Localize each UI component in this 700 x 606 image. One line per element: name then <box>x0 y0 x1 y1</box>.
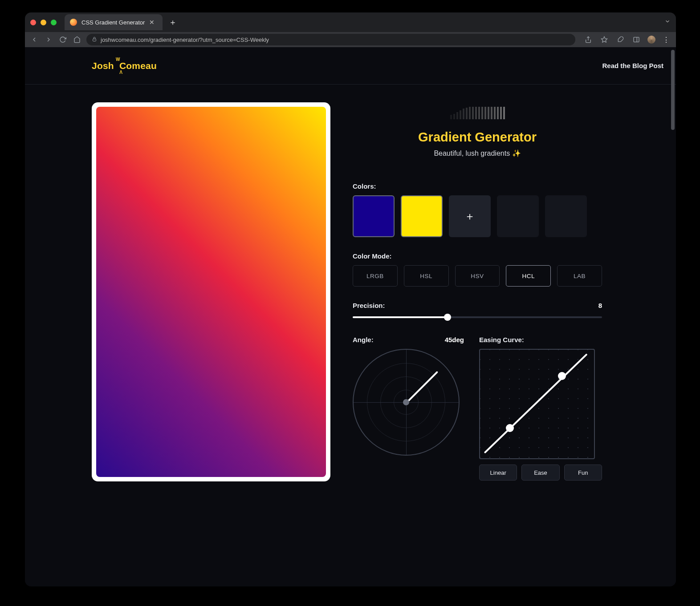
logo-last: Comeau <box>119 61 157 71</box>
lock-icon <box>92 36 97 43</box>
color-swatch-2[interactable] <box>401 195 443 237</box>
forward-button[interactable] <box>44 35 53 44</box>
bookmark-button[interactable] <box>599 35 609 44</box>
gradient-preview-frame <box>92 102 330 481</box>
add-color-button[interactable]: ＋ <box>449 195 491 237</box>
color-mode-row: LRGBHSLHSVHCLLAB <box>353 265 602 287</box>
easing-preset-ease[interactable]: Ease <box>521 465 559 481</box>
color-mode-label: Color Mode: <box>353 252 392 260</box>
slider-thumb[interactable] <box>444 314 451 321</box>
angle-dial[interactable] <box>353 349 460 456</box>
toolbar-right: ⋮ <box>583 35 672 44</box>
browser-tab[interactable]: CSS Gradient Generator ✕ <box>65 14 163 30</box>
menu-button[interactable]: ⋮ <box>662 35 672 44</box>
color-swatch-1[interactable] <box>353 195 395 237</box>
easing-presets-row: LinearEaseFun <box>479 465 602 481</box>
color-slot-empty <box>545 195 587 237</box>
easing-curve-editor[interactable] <box>479 349 595 459</box>
angle-value: 45deg <box>445 336 464 343</box>
color-mode-hsl[interactable]: HSL <box>404 265 449 287</box>
back-button[interactable] <box>29 35 39 44</box>
close-window-button[interactable] <box>30 20 36 25</box>
colors-label: Colors: <box>353 182 376 190</box>
home-button[interactable] <box>72 35 82 44</box>
easing-label: Easing Curve: <box>479 336 524 343</box>
tab-title: CSS Gradient Generator <box>81 19 145 26</box>
url-text: joshwcomeau.com/gradient-generator/?utm_… <box>101 36 269 43</box>
gradient-preview <box>96 107 326 477</box>
plus-icon: ＋ <box>464 209 475 223</box>
tab-strip: CSS Gradient Generator ✕ ＋ <box>25 12 676 32</box>
reload-button[interactable] <box>58 35 68 44</box>
window-controls <box>30 20 57 25</box>
scrollbar[interactable] <box>671 50 675 130</box>
favicon-icon <box>70 19 77 26</box>
browser-window: CSS Gradient Generator ✕ ＋ joshwcomeau.c… <box>25 12 676 586</box>
precision-slider[interactable] <box>353 316 602 318</box>
minimize-window-button[interactable] <box>41 20 46 25</box>
color-mode-hcl[interactable]: HCL <box>506 265 551 287</box>
svg-rect-0 <box>93 39 96 41</box>
site-header: Josh Comeau WV Read the Blog Post <box>25 47 676 85</box>
precision-value: 8 <box>598 302 602 309</box>
easing-handle-2[interactable] <box>558 372 566 380</box>
logo-first: Josh <box>92 61 114 71</box>
angle-center-dot <box>403 399 409 405</box>
color-mode-lab[interactable]: LAB <box>557 265 602 287</box>
share-button[interactable] <box>583 35 593 44</box>
easing-preset-fun[interactable]: Fun <box>564 465 602 481</box>
color-slot-empty <box>497 195 539 237</box>
svg-marker-2 <box>601 36 607 42</box>
easing-handle-1[interactable] <box>506 424 514 432</box>
tab-overflow-button[interactable] <box>664 18 671 26</box>
color-swatches-row: ＋ <box>353 195 602 237</box>
precision-label: Precision: <box>353 302 385 309</box>
address-bar[interactable]: joshwcomeau.com/gradient-generator/?utm_… <box>86 34 575 45</box>
angle-label: Angle: <box>353 336 374 343</box>
precision-section: Precision: 8 <box>353 302 602 318</box>
easing-preset-linear[interactable]: Linear <box>479 465 517 481</box>
maximize-window-button[interactable] <box>51 20 57 25</box>
color-mode-lrgb[interactable]: LRGB <box>353 265 398 287</box>
extensions-button[interactable] <box>615 35 625 44</box>
page-title: Gradient Generator <box>353 130 602 145</box>
profile-avatar[interactable] <box>647 36 655 44</box>
blog-post-link[interactable]: Read the Blog Post <box>602 62 663 69</box>
svg-rect-3 <box>634 37 639 42</box>
page-subtitle: Beautiful, lush gradients ✨ <box>353 149 602 158</box>
panel-button[interactable] <box>631 35 641 44</box>
controls-panel: Gradient Generator Beautiful, lush gradi… <box>353 102 602 481</box>
site-logo[interactable]: Josh Comeau WV <box>92 61 157 71</box>
close-tab-button[interactable]: ✕ <box>149 19 155 25</box>
main-content: Gradient Generator Beautiful, lush gradi… <box>25 85 676 499</box>
page-viewport: Josh Comeau WV Read the Blog Post Gradie… <box>25 47 676 586</box>
color-mode-hsv[interactable]: HSV <box>455 265 500 287</box>
browser-toolbar: joshwcomeau.com/gradient-generator/?utm_… <box>25 32 676 47</box>
decorative-barcode <box>353 106 602 119</box>
new-tab-button[interactable]: ＋ <box>167 16 179 28</box>
